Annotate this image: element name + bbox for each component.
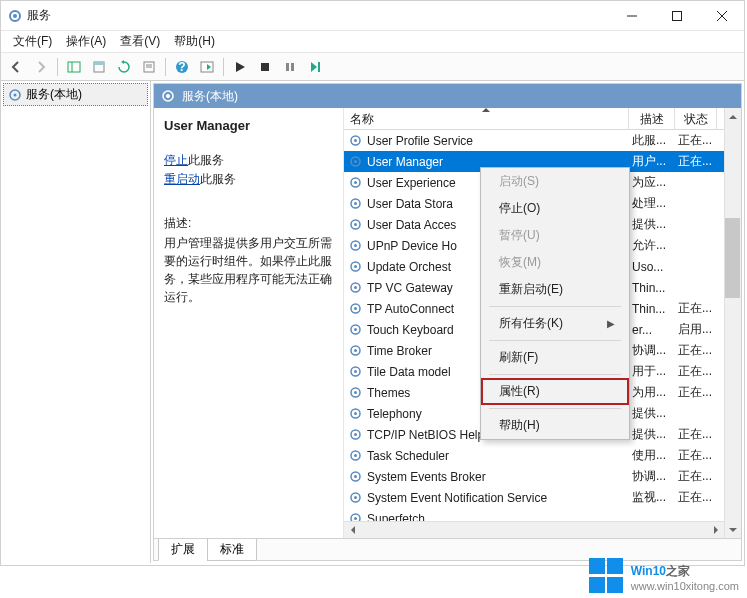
watermark-brand-prefix: Win10 xyxy=(631,564,666,578)
start-service-button[interactable] xyxy=(229,56,251,78)
cell-status: 正在... xyxy=(675,384,717,401)
stop-suffix: 此服务 xyxy=(188,153,224,167)
toolbar-separator xyxy=(223,58,224,76)
back-button[interactable] xyxy=(5,56,27,78)
results-header: 服务(本地) xyxy=(154,84,741,108)
service-name-text: Touch Keyboard xyxy=(367,323,454,337)
context-menu-item[interactable]: 帮助(H) xyxy=(481,412,629,439)
cell-name: Task Scheduler xyxy=(344,448,629,463)
export-button[interactable] xyxy=(88,56,110,78)
svg-rect-16 xyxy=(261,63,269,71)
list-header: 名称 描述 状态 xyxy=(344,108,741,130)
console-tree: 服务(本地) xyxy=(1,81,151,563)
svg-rect-18 xyxy=(291,63,294,71)
context-menu-item[interactable]: 属性(R) xyxy=(481,378,629,405)
svg-point-1 xyxy=(13,14,17,18)
service-name-text: User Data Stora xyxy=(367,197,453,211)
vertical-scrollbar[interactable] xyxy=(724,108,741,538)
context-menu-item-label: 帮助(H) xyxy=(499,417,540,434)
gear-icon xyxy=(8,88,22,102)
cell-description: 用户... xyxy=(629,153,675,170)
show-hide-tree-button[interactable] xyxy=(63,56,85,78)
stop-service-button[interactable] xyxy=(254,56,276,78)
tab-extended[interactable]: 扩展 xyxy=(158,539,208,561)
cell-status: 正在... xyxy=(675,342,717,359)
gear-icon xyxy=(348,364,363,379)
menu-help[interactable]: 帮助(H) xyxy=(168,31,221,52)
menu-file[interactable]: 文件(F) xyxy=(7,31,58,52)
restart-link[interactable]: 重启动 xyxy=(164,172,200,186)
cell-status: 正在... xyxy=(675,489,717,506)
selected-service-name: User Manager xyxy=(164,118,333,133)
column-header-name[interactable]: 名称 xyxy=(344,108,629,129)
gear-icon xyxy=(348,490,363,505)
gear-icon xyxy=(348,154,363,169)
service-name-text: User Data Acces xyxy=(367,218,456,232)
service-name-text: User Manager xyxy=(367,155,443,169)
minimize-button[interactable] xyxy=(609,1,654,30)
context-menu-item-label: 重新启动(E) xyxy=(499,281,563,298)
column-header-description[interactable]: 描述 xyxy=(629,108,675,129)
h-scrollbar-track[interactable] xyxy=(361,522,707,538)
svg-point-33 xyxy=(354,223,357,226)
menu-view[interactable]: 查看(V) xyxy=(114,31,166,52)
context-menu-separator xyxy=(489,374,621,375)
service-name-text: Task Scheduler xyxy=(367,449,449,463)
title-bar: 服务 xyxy=(1,1,744,31)
context-menu-item-label: 刷新(F) xyxy=(499,349,538,366)
svg-point-59 xyxy=(354,496,357,499)
svg-point-61 xyxy=(354,517,357,520)
gear-icon xyxy=(348,385,363,400)
properties-button[interactable] xyxy=(138,56,160,78)
cell-status: 正在... xyxy=(675,426,717,443)
gear-icon xyxy=(348,301,363,316)
context-menu: 启动(S)停止(O)暂停(U)恢复(M)重新启动(E)所有任务(K)▶刷新(F)… xyxy=(480,167,630,440)
service-name-text: TP VC Gateway xyxy=(367,281,453,295)
horizontal-scrollbar[interactable] xyxy=(344,521,724,538)
watermark: Win10之家 www.win10xitong.com xyxy=(589,558,739,594)
stop-link[interactable]: 停止 xyxy=(164,153,188,167)
context-menu-item: 暂停(U) xyxy=(481,222,629,249)
svg-rect-19 xyxy=(318,62,320,72)
scrollbar-track[interactable] xyxy=(725,125,741,521)
maximize-button[interactable] xyxy=(654,1,699,30)
column-header-status[interactable]: 状态 xyxy=(675,108,717,129)
cell-description: Uso... xyxy=(629,260,675,274)
svg-text:?: ? xyxy=(178,60,185,74)
service-row[interactable]: Task Scheduler使用...正在... xyxy=(344,445,741,466)
context-menu-item[interactable]: 停止(O) xyxy=(481,195,629,222)
menu-action[interactable]: 操作(A) xyxy=(60,31,112,52)
svg-rect-6 xyxy=(68,62,80,72)
restart-suffix: 此服务 xyxy=(200,172,236,186)
pause-service-button[interactable] xyxy=(279,56,301,78)
help-button[interactable]: ? xyxy=(171,56,193,78)
service-row[interactable]: System Event Notification Service监视...正在… xyxy=(344,487,741,508)
service-row[interactable]: System Events Broker协调...正在... xyxy=(344,466,741,487)
scroll-down-button[interactable] xyxy=(725,521,741,538)
service-row[interactable]: User Profile Service此服...正在... xyxy=(344,130,741,151)
windows-logo-icon xyxy=(589,558,625,594)
content-area: 服务(本地) 服务(本地) User Manager 停止此服务 重启动此服务 … xyxy=(1,81,744,563)
tree-node-services-local[interactable]: 服务(本地) xyxy=(3,83,148,106)
context-menu-item[interactable]: 刷新(F) xyxy=(481,344,629,371)
context-menu-item[interactable]: 重新启动(E) xyxy=(481,276,629,303)
scrollbar-thumb[interactable] xyxy=(725,218,740,298)
scroll-left-button[interactable] xyxy=(344,522,361,538)
cell-description: 提供... xyxy=(629,426,675,443)
cell-description: Thin... xyxy=(629,281,675,295)
svg-point-25 xyxy=(354,139,357,142)
restart-service-button[interactable] xyxy=(304,56,326,78)
context-menu-item[interactable]: 所有任务(K)▶ xyxy=(481,310,629,337)
cell-description: 提供... xyxy=(629,405,675,422)
tab-standard[interactable]: 标准 xyxy=(207,539,257,561)
export-list-button[interactable] xyxy=(196,56,218,78)
refresh-button[interactable] xyxy=(113,56,135,78)
forward-button[interactable] xyxy=(30,56,52,78)
context-menu-item-label: 属性(R) xyxy=(499,383,540,400)
close-button[interactable] xyxy=(699,1,744,30)
toolbar-separator xyxy=(165,58,166,76)
watermark-text: Win10之家 www.win10xitong.com xyxy=(631,560,739,592)
scroll-up-button[interactable] xyxy=(725,108,741,125)
scroll-right-button[interactable] xyxy=(707,522,724,538)
context-menu-separator xyxy=(489,408,621,409)
